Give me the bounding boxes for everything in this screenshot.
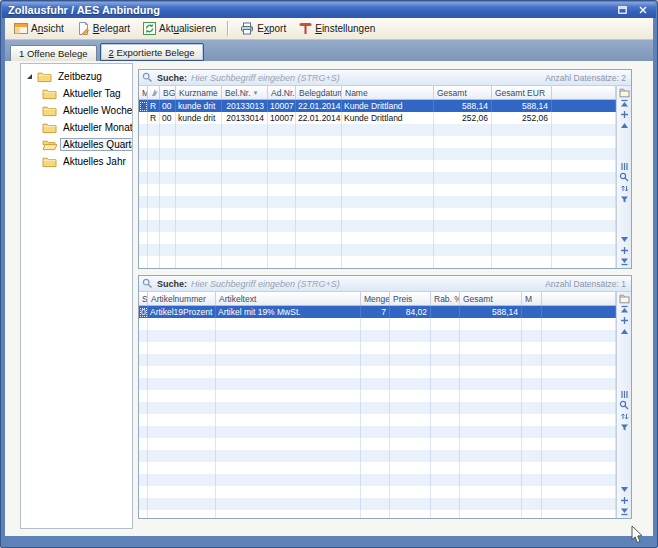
tab-2-exportierte-belege[interactable]: 2 Exportierte Belege — [100, 43, 204, 61]
tab-1-offene-belege[interactable]: 1 Offene Belege — [10, 45, 97, 61]
column-header-artikelnummer[interactable]: Artikelnummer — [148, 292, 216, 305]
table-cell — [492, 256, 552, 268]
search-bar[interactable]: Suche:Hier Suchbegriff eingeben (STRG+S)… — [139, 70, 631, 86]
tree-item-aktueller-tag[interactable]: Aktueller Tag — [21, 85, 132, 102]
table-cell — [139, 510, 148, 518]
table-cell — [148, 414, 216, 426]
table-cell — [268, 232, 296, 244]
column-header-bg[interactable]: BG — [160, 86, 176, 99]
table-cell — [390, 462, 431, 474]
close-button[interactable] — [635, 4, 650, 16]
table-cell — [139, 244, 148, 256]
scroll-marker-up-icon[interactable] — [618, 315, 631, 326]
table-row[interactable]: R00kunde drit201330131000722.01.2014Kund… — [139, 100, 616, 112]
column-header-ad-nr[interactable]: Ad.Nr. — [268, 86, 296, 99]
table-cell — [268, 220, 296, 232]
folder-open-icon — [42, 139, 57, 151]
customize-icon[interactable] — [618, 87, 631, 98]
table-cell — [160, 124, 176, 136]
table-cell — [160, 172, 176, 184]
table-row[interactable]: R00kunde drit201330141000722.01.2014Kund… — [139, 112, 616, 124]
sort-icon[interactable] — [618, 411, 631, 422]
table-cell — [542, 378, 616, 390]
tree-item-aktuelles-quartal[interactable]: Aktuelles Quartal — [21, 136, 132, 153]
toolbar-button-ansicht[interactable]: Ansicht — [8, 20, 70, 38]
filter-icon[interactable] — [618, 422, 631, 433]
column-header-blank[interactable] — [552, 86, 616, 99]
column-header-belegdatum[interactable]: Belegdatum — [296, 86, 342, 99]
column-header-bel-nr[interactable]: Bel.Nr.▼ — [222, 86, 268, 99]
content-area: ZeitbezugAktueller TagAktuelle WocheAktu… — [5, 61, 653, 536]
tree-item-aktuelles-jahr[interactable]: Aktuelles Jahr — [21, 153, 132, 170]
toolbar-button-export[interactable]: Export — [234, 20, 292, 38]
scroll-bottom-icon[interactable] — [618, 506, 631, 517]
table-cell — [522, 438, 542, 450]
toolbar-button-belegart[interactable]: Belegart — [71, 20, 136, 38]
customize-icon[interactable] — [618, 293, 631, 304]
table-cell — [160, 148, 176, 160]
grid-search-icon[interactable] — [618, 172, 631, 183]
table-cell — [390, 426, 431, 438]
search-bar[interactable]: Suche:Hier Suchbegriff eingeben (STRG+S)… — [139, 276, 631, 292]
tree-item-aktueller-monat[interactable]: Aktueller Monat — [21, 119, 132, 136]
scroll-marker-down-icon[interactable] — [618, 245, 631, 256]
column-header-name[interactable]: Name — [342, 86, 434, 99]
table-cell — [460, 426, 522, 438]
toolbar-button-einstellungen[interactable]: Einstellungen — [293, 20, 381, 38]
column-header-gesamt[interactable]: Gesamt — [460, 292, 522, 305]
restore-button[interactable] — [615, 4, 630, 16]
table-row[interactable]: 0Artikel19ProzentArtikel mit 19% MwSt.78… — [139, 306, 616, 318]
table-cell — [431, 450, 460, 462]
table-cell — [434, 244, 492, 256]
empty-row — [139, 330, 616, 342]
table-cell — [268, 244, 296, 256]
scroll-up-icon[interactable] — [618, 120, 631, 131]
filter-icon[interactable] — [618, 194, 631, 205]
column-header-kurzname[interactable]: Kurzname — [176, 86, 222, 99]
column-header-m[interactable]: M — [522, 292, 542, 305]
scroll-bottom-icon[interactable] — [618, 256, 631, 267]
columns-icon[interactable] — [618, 161, 631, 172]
column-header-s[interactable]: S — [139, 292, 148, 305]
column-header-m[interactable]: M — [139, 86, 148, 99]
sort-icon[interactable] — [618, 183, 631, 194]
table-cell — [160, 256, 176, 268]
scroll-down-icon[interactable] — [618, 234, 631, 245]
scroll-up-icon[interactable] — [618, 326, 631, 337]
table-cell — [390, 342, 431, 354]
column-header-preis[interactable]: Preis — [390, 292, 431, 305]
column-header-rab[interactable]: Rab. % — [431, 292, 460, 305]
column-header-menge[interactable]: Menge — [361, 292, 390, 305]
table-cell — [268, 256, 296, 268]
table-cell — [296, 184, 342, 196]
table-cell: 00 — [160, 112, 176, 124]
scroll-marker-up-icon[interactable] — [618, 109, 631, 120]
expander-icon[interactable] — [25, 72, 34, 81]
column-header-gesamt[interactable]: Gesamt — [434, 86, 492, 99]
window-controls — [615, 4, 650, 16]
table-cell — [390, 510, 431, 518]
table-cell — [431, 378, 460, 390]
table-cell — [139, 330, 148, 342]
scroll-marker-down-icon[interactable] — [618, 495, 631, 506]
table-cell — [148, 462, 216, 474]
scroll-top-icon[interactable] — [618, 304, 631, 315]
table-cell: 588,14 — [460, 306, 522, 318]
table-cell — [148, 510, 216, 518]
column-header-label: Belegdatum — [299, 88, 342, 98]
tree-item-aktuelle-woche[interactable]: Aktuelle Woche — [21, 102, 132, 119]
column-header-blank[interactable] — [542, 292, 616, 305]
scroll-top-icon[interactable] — [618, 98, 631, 109]
table-cell — [431, 426, 460, 438]
columns-icon[interactable] — [618, 389, 631, 400]
column-header-blank[interactable] — [148, 86, 160, 99]
column-header-artikeltext[interactable]: Artikeltext — [216, 292, 361, 305]
tab-strip: 1 Offene Belege2 Exportierte Belege — [5, 40, 653, 61]
tree-item-zeitbezug[interactable]: Zeitbezug — [21, 68, 132, 85]
table-cell — [361, 438, 390, 450]
column-header-gesamt-eur[interactable]: Gesamt EUR — [492, 86, 552, 99]
grid-search-icon[interactable] — [618, 400, 631, 411]
table-cell — [460, 438, 522, 450]
scroll-down-icon[interactable] — [618, 484, 631, 495]
toolbar-button-aktualisieren[interactable]: Aktualisieren — [137, 20, 222, 38]
